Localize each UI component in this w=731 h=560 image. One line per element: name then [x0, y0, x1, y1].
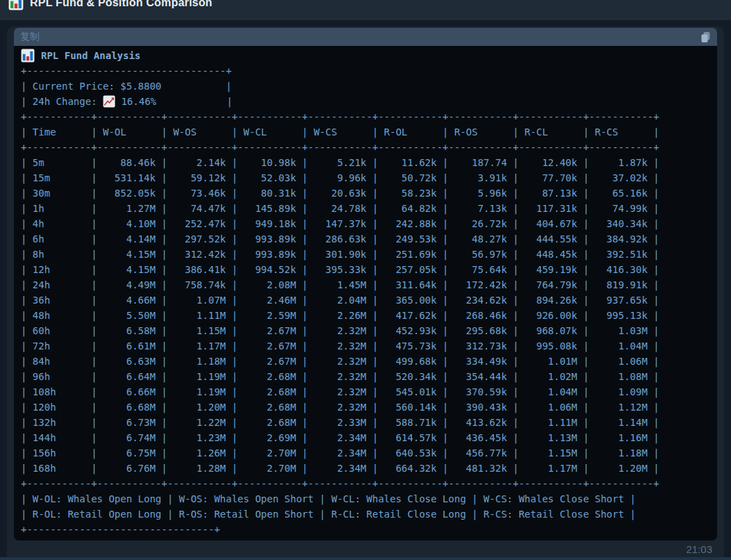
code-line: | 8h | 4.15M | 312.42k | 993.89k | 301.9… [21, 247, 710, 262]
code-line: | 24h | 4.49M | 758.74k | 2.08M | 1.45M … [21, 277, 710, 293]
code-line: | 72h | 6.61M | 1.17M | 2.67M | 2.32M | … [21, 338, 710, 354]
code-line: | 5m | 88.46k | 2.14k | 10.98k | 5.21k |… [21, 155, 710, 170]
code-line: | 15m | 531.14k | 59.12k | 52.03k | 9.96… [21, 170, 710, 186]
code-line: | W-OL: Whales Open Long | W-OS: Whales … [21, 491, 710, 507]
code-line: | 96h | 6.64M | 1.19M | 2.68M | 2.32M | … [21, 369, 710, 384]
analysis-title-line: RPL Fund Analysis [21, 48, 710, 63]
code-line: +-----------+-----------+-----------+---… [21, 476, 710, 491]
code-line: +--------------------------------+ [21, 522, 710, 537]
analysis-title: RPL Fund Analysis [41, 50, 140, 61]
code-line: | 84h | 6.63M | 1.18M | 2.67M | 2.32M | … [21, 354, 710, 369]
code-line: | Time | W-OL | W-OS | W-CL | W-CS | R-O… [21, 124, 710, 140]
message-timestamp: 21:03 [686, 543, 712, 555]
code-line: | 24h Change: 16.46% | [21, 94, 710, 109]
code-block: 复制 RPL Fund Analysis +------------------… [14, 28, 717, 541]
code-line: | 1h | 1.27M | 74.47k | 145.89k | 24.78k… [21, 201, 710, 216]
code-line: | 6h | 4.14M | 297.52k | 993.89k | 286.6… [21, 231, 710, 247]
copy-button[interactable]: 复制 [14, 28, 717, 46]
code-line: | 48h | 5.50M | 1.11M | 2.59M | 2.26M | … [21, 308, 710, 323]
code-line: +-----------+-----------+-----------+---… [21, 109, 710, 124]
code-line: | 120h | 6.68M | 1.20M | 2.68M | 2.32M |… [21, 400, 710, 415]
code-lines: +----------------------------------+| Cu… [21, 63, 710, 537]
code-line: | 36h | 4.66M | 1.07M | 2.46M | 2.04M | … [21, 293, 710, 308]
code-body: RPL Fund Analysis +---------------------… [14, 46, 717, 541]
bottom-accent-bar [0, 557, 731, 560]
code-line: | 30m | 852.05k | 73.46k | 80.31k | 20.6… [21, 186, 710, 201]
bar-chart-icon [8, 0, 24, 10]
message-bubble: 复制 RPL Fund Analysis +------------------… [7, 26, 724, 560]
code-line: | 12h | 4.15M | 386.41k | 994.52k | 395.… [21, 262, 710, 277]
bar-chart-icon [21, 49, 35, 63]
code-line: | 60h | 6.58M | 1.15M | 2.67M | 2.32M | … [21, 323, 710, 338]
code-line: | 168h | 6.76M | 1.28M | 2.70M | 2.34M |… [21, 461, 710, 476]
window-titlebar: RPL Fund & Position Comparison [0, 0, 731, 20]
code-line: | Current Price: $5.8800 | [21, 79, 710, 94]
trend-up-icon [103, 95, 115, 108]
code-line: +-----------+-----------+-----------+---… [21, 140, 710, 155]
page-title: RPL Fund & Position Comparison [30, 0, 213, 9]
copy-icon[interactable] [700, 31, 711, 43]
code-line: | 132h | 6.73M | 1.22M | 2.68M | 2.33M |… [21, 415, 710, 430]
code-line: | 156h | 6.75M | 1.26M | 2.70M | 2.34M |… [21, 445, 710, 461]
code-line: +----------------------------------+ [21, 63, 710, 79]
code-line: | R-OL: Retail Open Long | R-OS: Retail … [21, 507, 710, 522]
copy-label[interactable]: 复制 [20, 31, 40, 43]
code-line: | 108h | 6.66M | 1.19M | 2.68M | 2.32M |… [21, 384, 710, 400]
code-line: | 4h | 4.10M | 252.47k | 949.18k | 147.3… [21, 216, 710, 231]
code-line: | 144h | 6.74M | 1.23M | 2.69M | 2.34M |… [21, 430, 710, 445]
